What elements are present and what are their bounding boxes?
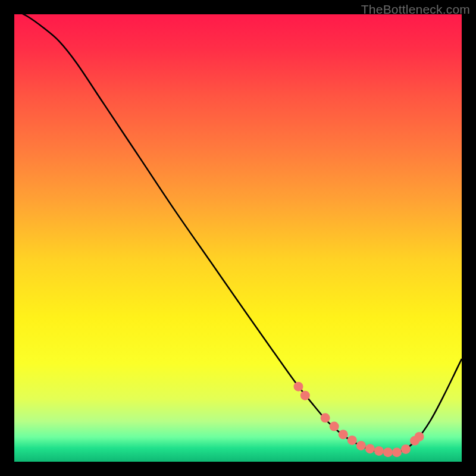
curve-marker bbox=[300, 391, 310, 400]
curve-marker bbox=[330, 422, 339, 431]
curve-marker bbox=[347, 436, 357, 445]
curve-marker bbox=[374, 446, 384, 456]
curve-marker bbox=[365, 444, 375, 453]
bottleneck-chart bbox=[14, 14, 462, 462]
curve-marker bbox=[383, 447, 393, 457]
curve-marker bbox=[356, 441, 366, 450]
curve-marker bbox=[339, 430, 348, 439]
gradient-background bbox=[14, 14, 462, 462]
chart-frame bbox=[14, 14, 462, 462]
watermark-text: TheBottleneck.com bbox=[361, 2, 470, 17]
curve-marker bbox=[415, 432, 424, 441]
curve-marker bbox=[401, 444, 411, 454]
curve-marker bbox=[321, 413, 330, 422]
curve-marker bbox=[392, 447, 402, 457]
curve-marker bbox=[294, 382, 303, 392]
